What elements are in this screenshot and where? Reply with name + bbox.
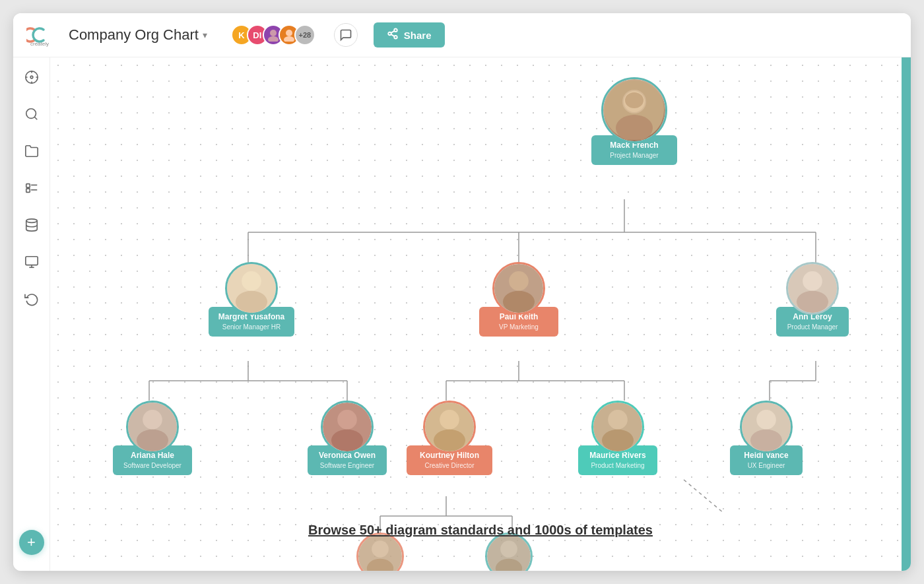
node-ann[interactable]: Ann Leroy Product Manager <box>776 262 849 337</box>
svg-point-12 <box>30 76 33 79</box>
search-icon[interactable] <box>22 105 41 123</box>
svg-point-76 <box>750 430 782 451</box>
svg-point-5 <box>284 36 294 42</box>
node-kourtney[interactable]: Kourtney Hilton Creative Director <box>407 401 492 475</box>
svg-point-7 <box>388 32 391 36</box>
node-ariana[interactable]: Ariana Hale Software Developer <box>113 401 192 475</box>
svg-line-10 <box>391 31 394 33</box>
database-icon[interactable] <box>22 216 41 234</box>
node-vivian[interactable]: Vivian Wills Video Production <box>341 533 420 571</box>
svg-point-6 <box>394 29 397 32</box>
collaborator-avatars: K DI +28 <box>231 24 315 46</box>
svg-point-63 <box>143 410 162 430</box>
document-title: Company Org Chart <box>69 26 199 44</box>
avatar-veronica <box>321 401 374 453</box>
node-margret[interactable]: Margret Yusafona Senior Manager HR <box>209 262 294 337</box>
logo: creately <box>26 23 58 47</box>
svg-rect-24 <box>25 257 37 265</box>
browse-link[interactable]: Browse 50+ diagram standards and 1000s o… <box>308 523 653 538</box>
share-icon <box>387 28 399 42</box>
compass-icon[interactable] <box>22 68 41 86</box>
avatar-kourtney <box>423 401 476 453</box>
node-nick[interactable]: Nick Garcia <box>473 533 545 571</box>
avatar-margret <box>225 262 278 315</box>
right-panel <box>902 57 911 571</box>
sidebar: + <box>13 57 50 571</box>
share-label: Share <box>404 30 432 41</box>
avatar-ariana <box>126 401 179 453</box>
chevron-down-icon[interactable]: ▾ <box>203 30 207 40</box>
present-icon[interactable] <box>22 253 41 271</box>
node-veronica[interactable]: Veronica Owen Software Engineer <box>308 401 387 475</box>
svg-point-66 <box>337 410 357 430</box>
svg-point-57 <box>509 271 529 291</box>
svg-point-55 <box>236 291 267 313</box>
canvas[interactable]: Mack French Project Manager Margret Yusa… <box>50 57 911 571</box>
svg-point-3 <box>268 36 279 42</box>
title-area: Company Org Chart ▾ <box>69 26 207 44</box>
svg-line-9 <box>391 34 394 36</box>
svg-rect-19 <box>26 184 30 188</box>
svg-point-67 <box>331 430 363 451</box>
node-heidi[interactable]: Heidi Vance UX Engineer <box>730 401 803 475</box>
svg-point-4 <box>286 30 292 36</box>
app-container: creately Company Org Chart ▾ K DI +28 <box>13 13 911 571</box>
svg-point-2 <box>270 30 277 36</box>
svg-point-81 <box>500 540 517 558</box>
header: creately Company Org Chart ▾ K DI +28 <box>13 13 911 57</box>
history-icon[interactable] <box>22 290 41 308</box>
comment-button[interactable] <box>334 23 358 47</box>
body-area: + <box>13 57 911 571</box>
svg-point-73 <box>602 430 634 451</box>
svg-point-8 <box>394 36 397 39</box>
svg-point-52 <box>625 92 644 108</box>
layers-icon[interactable] <box>22 179 41 197</box>
svg-point-75 <box>756 410 776 430</box>
svg-point-61 <box>797 291 828 313</box>
avatar-count: +28 <box>294 24 315 46</box>
svg-point-60 <box>803 271 822 291</box>
avatar-nick <box>485 533 533 571</box>
node-mack[interactable]: Mack French Project Manager <box>591 77 677 165</box>
avatar-heidi <box>740 401 793 453</box>
avatar-vivian <box>356 533 404 571</box>
svg-point-72 <box>608 410 628 430</box>
avatar-paul <box>492 262 545 315</box>
share-button[interactable]: Share <box>374 22 445 48</box>
svg-point-17 <box>26 109 36 119</box>
svg-point-58 <box>503 291 535 313</box>
svg-point-69 <box>440 410 459 430</box>
add-button[interactable]: + <box>19 530 44 555</box>
svg-line-47 <box>684 480 723 513</box>
folder-icon[interactable] <box>22 142 41 160</box>
avatar-mack <box>601 77 667 143</box>
svg-rect-21 <box>26 189 30 193</box>
svg-point-78 <box>372 540 389 558</box>
avatar-maurice <box>591 401 644 453</box>
svg-line-18 <box>34 117 37 119</box>
svg-point-54 <box>242 271 261 291</box>
svg-point-64 <box>137 430 168 451</box>
svg-text:creately: creately <box>30 41 49 47</box>
node-maurice[interactable]: Maurice Rivers Product Marketing <box>578 401 657 475</box>
svg-point-23 <box>26 219 37 223</box>
node-paul[interactable]: Paul Keith VP Marketing <box>479 262 558 337</box>
svg-point-70 <box>434 430 465 451</box>
avatar-ann <box>786 262 839 315</box>
